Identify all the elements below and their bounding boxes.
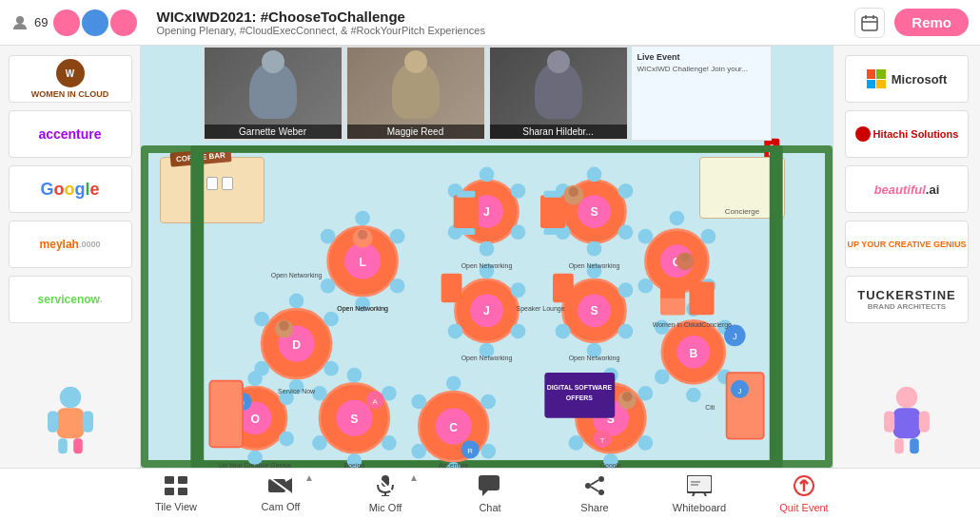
svg-point-63	[701, 229, 716, 244]
svg-rect-6	[56, 408, 84, 438]
svg-rect-144	[689, 281, 714, 315]
sponsor-beautiful-ai[interactable]: beautiful.ai	[845, 165, 969, 213]
mic-off-label: Mic Off	[369, 502, 402, 513]
svg-line-197	[591, 487, 598, 491]
sponsor-up-creative[interactable]: UP YOUR CREATIVE GENIUS	[845, 221, 969, 268]
svg-point-86	[655, 370, 670, 385]
avatar	[110, 10, 137, 36]
cam-caret: ▲	[304, 472, 314, 483]
share-button[interactable]: Share	[542, 469, 647, 520]
sponsor-women-in-cloud[interactable]: W WOMEN IN CLOUD	[9, 55, 132, 103]
svg-rect-180	[165, 476, 174, 484]
calendar-icon	[861, 14, 878, 31]
svg-point-106	[312, 435, 327, 451]
side-illustration-left	[32, 382, 108, 458]
toolbar: Tile View ▲ Cam Off ▲ Mic Off	[0, 468, 980, 519]
svg-rect-183	[178, 488, 187, 495]
sponsor-google[interactable]: Google	[9, 165, 132, 213]
svg-point-174	[896, 387, 917, 408]
cam-off-label: Cam Off	[262, 501, 301, 512]
svg-point-62	[670, 211, 685, 226]
event-title: WICxIWD2021: #ChooseToChallenge	[156, 9, 854, 25]
svg-rect-146	[553, 274, 574, 302]
quit-event-button[interactable]: Quit Event	[752, 469, 856, 520]
svg-point-66	[638, 279, 654, 294]
tile-view-label: Tile View	[155, 501, 197, 512]
svg-rect-191	[479, 475, 500, 490]
sponsor-microsoft[interactable]: Microsoft	[845, 55, 969, 103]
svg-point-54	[618, 282, 634, 298]
svg-point-194	[598, 490, 604, 495]
video-label-2: Maggie Reed	[347, 125, 484, 139]
sponsor-hitachi[interactable]: Hitachi Solutions	[845, 110, 969, 158]
svg-point-15	[480, 167, 495, 183]
svg-point-35	[390, 279, 405, 294]
svg-text:Concierge: Concierge	[701, 321, 732, 329]
svg-line-196	[591, 480, 598, 485]
side-illustration-right	[869, 382, 945, 458]
chat-icon	[479, 475, 501, 499]
svg-point-26	[618, 224, 634, 240]
left-sidebar: W WOMEN IN CLOUD accenture Google meylah…	[0, 46, 141, 468]
microsoft-logo	[867, 69, 886, 88]
svg-point-133	[622, 392, 632, 401]
svg-text:Open Networking: Open Networking	[569, 355, 620, 362]
svg-rect-143	[660, 298, 685, 315]
hitachi-icon	[855, 126, 871, 142]
cam-off-button[interactable]: ▲ Cam Off	[228, 469, 333, 520]
svg-text:Service Now: Service Now	[278, 388, 316, 394]
svg-point-85	[686, 388, 701, 403]
svg-text:Open Networking: Open Networking	[461, 262, 513, 270]
svg-text:Open Networking: Open Networking	[337, 305, 388, 313]
svg-point-34	[390, 229, 405, 244]
sponsor-meylah[interactable]: meylah.0000	[9, 221, 132, 268]
svg-rect-8	[82, 411, 92, 432]
svg-rect-175	[893, 408, 921, 438]
svg-rect-1	[862, 17, 877, 30]
user-info: 69	[11, 10, 137, 36]
person-icon	[11, 14, 29, 31]
header-actions: Remo	[854, 8, 969, 38]
mic-off-button[interactable]: ▲ Mic Off	[333, 469, 438, 520]
quit-event-label: Quit Event	[779, 502, 828, 513]
svg-point-78	[279, 320, 288, 330]
svg-text:T: T	[600, 436, 605, 445]
svg-rect-166	[209, 381, 243, 448]
sponsor-servicenow[interactable]: servicenow.	[9, 276, 132, 323]
svg-point-24	[587, 167, 602, 183]
notification-panel: Live Event WICxIWD Challenge! Join your.…	[631, 46, 772, 141]
svg-text:Open Networking: Open Networking	[569, 262, 620, 270]
svg-point-76	[254, 312, 269, 327]
sponsor-tuckerstine[interactable]: TUCKERSTINE BRAND ARCHITECTS	[845, 276, 969, 323]
svg-point-67	[638, 229, 654, 244]
tile-view-button[interactable]: Tile View	[124, 469, 228, 520]
svg-point-33	[355, 211, 370, 226]
calendar-button[interactable]	[854, 8, 885, 38]
floor-svg: J S L	[141, 145, 833, 468]
video-feed-2: Maggie Reed	[345, 46, 486, 141]
event-subtitle: Opening Plenary, #CloudExecConnect, & #R…	[156, 25, 854, 36]
svg-text:J: J	[483, 205, 490, 219]
floor-map: COFFEE BAR CONCIERGE Concierge	[141, 145, 833, 468]
chat-button[interactable]: Chat	[438, 469, 542, 520]
svg-rect-140	[543, 191, 561, 198]
svg-rect-137	[457, 191, 475, 198]
svg-point-128	[569, 435, 584, 451]
svg-point-114	[480, 394, 496, 410]
sponsor-accenture[interactable]: accenture	[9, 110, 132, 158]
svg-text:A: A	[373, 397, 379, 406]
svg-point-57	[556, 324, 571, 339]
svg-point-5	[59, 387, 80, 408]
svg-rect-176	[884, 411, 894, 432]
svg-text:Women in Cloud: Women in Cloud	[653, 321, 701, 328]
whiteboard-button[interactable]: Whiteboard	[647, 469, 752, 520]
svg-point-126	[638, 435, 654, 451]
svg-point-72	[323, 312, 339, 327]
remo-button[interactable]: Remo	[894, 9, 969, 36]
cam-off-icon	[268, 476, 293, 498]
svg-rect-184	[268, 479, 285, 492]
avatar	[53, 10, 80, 36]
quit-event-icon	[792, 475, 816, 499]
svg-point-45	[511, 282, 526, 298]
svg-text:L: L	[359, 256, 366, 269]
